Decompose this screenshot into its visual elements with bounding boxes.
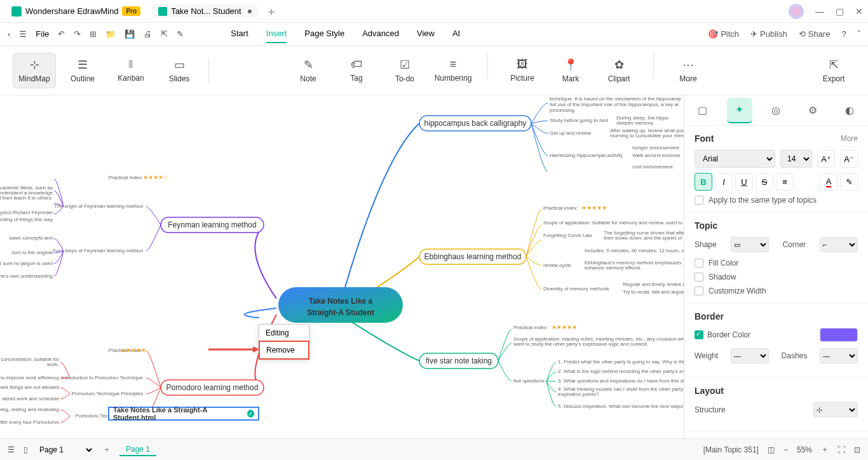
close-button[interactable]: ✕ (855, 6, 863, 17)
svg-text:Practical index:: Practical index: (513, 325, 548, 330)
svg-text:Try to recall, talk and argue: Try to recall, talk and argue (623, 289, 684, 295)
avatar-icon[interactable] (789, 4, 804, 19)
fit-icon[interactable]: ◫ (768, 445, 775, 454)
font-family-select[interactable]: Arial (695, 150, 775, 168)
italic-button[interactable]: I (715, 173, 733, 191)
hamburger-icon[interactable]: ☰ (19, 29, 27, 39)
mindmap-canvas[interactable]: Take Notes Like a Straight-A Student hip… (0, 95, 684, 438)
zoom-in-button[interactable]: ＋ (821, 444, 829, 455)
print-icon[interactable]: 🖨 (144, 29, 152, 39)
open-icon[interactable]: 📁 (105, 29, 116, 39)
tab-view[interactable]: View (417, 25, 435, 43)
customize-checkbox[interactable] (695, 287, 703, 295)
font-decrease-icon[interactable]: A⁻ (840, 150, 858, 168)
export-button[interactable]: ⇱Export (812, 53, 855, 88)
fill-checkbox[interactable] (695, 259, 703, 267)
font-more[interactable]: More (841, 134, 858, 143)
dashes-select[interactable]: — (820, 348, 858, 363)
page-tab[interactable]: Page 1 (119, 443, 156, 456)
underline-button[interactable]: U (735, 173, 753, 191)
weight-select[interactable]: — (731, 348, 769, 363)
clipart-button[interactable]: ✿Clipart (597, 53, 641, 88)
new-icon[interactable]: ⊞ (90, 29, 97, 39)
export-icon[interactable]: ⇱ (161, 29, 168, 39)
collapse-ribbon-icon[interactable]: ˆ (858, 29, 860, 39)
border-color-swatch[interactable] (820, 328, 858, 342)
context-editing[interactable]: Editing (259, 325, 309, 341)
sidebar-toggle-icon[interactable]: ▯ (24, 445, 28, 454)
doc-tab-title: Take Not... Student (171, 6, 241, 16)
mark-button[interactable]: 📍Mark (549, 53, 592, 88)
tab-advanced[interactable]: Advanced (362, 25, 399, 43)
undo-icon[interactable]: ↶ (58, 29, 65, 39)
font-section: Font More Arial 14 A⁺ A⁻ B I U S ≡ A ✎ A… (684, 126, 868, 213)
zoom-out-button[interactable]: − (783, 445, 788, 454)
text-color-button[interactable]: A (820, 173, 837, 191)
panel-tab-style[interactable]: ▢ (690, 98, 715, 123)
app-tab[interactable]: Wondershare EdrawMind Pro (5, 4, 147, 19)
back-icon[interactable]: ‹ (8, 29, 10, 39)
attachment-node[interactable]: Take Notes Like a Straight-A Student.htm… (108, 407, 259, 421)
window-controls: — ▢ ✕ (789, 4, 863, 19)
corner-label: Corner (782, 240, 806, 249)
file-menu[interactable]: File (36, 29, 49, 39)
outline-button[interactable]: ☰Outline (61, 53, 104, 88)
document-tab[interactable]: Take Not... Student (152, 4, 258, 18)
tab-insert[interactable]: Insert (266, 25, 287, 43)
panel-tab-theme[interactable]: ◐ (837, 98, 862, 123)
page-selector[interactable]: Page 1 (37, 445, 94, 455)
mindmap-button[interactable]: ⊹MindMap (13, 53, 56, 88)
add-page-button[interactable]: ＋ (103, 444, 111, 455)
strike-button[interactable]: S (756, 173, 773, 191)
tab-ai[interactable]: AI (452, 25, 460, 43)
shape-select[interactable]: ▭ (731, 237, 769, 252)
maximize-button[interactable]: ▢ (836, 6, 844, 17)
context-remove[interactable]: Remove (259, 341, 309, 360)
todo-button[interactable]: ☑To-do (383, 53, 426, 88)
svg-text:1. Predict what the other part: 1. Predict what the other party is going… (558, 359, 684, 365)
svg-text:Introduction to Pomodoro Techn: Introduction to Pomodoro Technique (62, 375, 144, 381)
svg-text:Walk around endorse: Walk around endorse (632, 152, 681, 158)
svg-text:want to study the other party': want to study the other party's expressi… (513, 341, 648, 347)
share-button[interactable]: ⟲ Share (799, 29, 831, 39)
bold-button[interactable]: B (695, 173, 712, 191)
note-button[interactable]: ✎Note (287, 53, 330, 88)
numbering-button[interactable]: ≡Numbering (431, 53, 475, 88)
align-button[interactable]: ≡ (776, 173, 794, 191)
publish-button[interactable]: ✈ Publish (750, 29, 787, 39)
edit-icon[interactable]: ✎ (177, 29, 184, 39)
fullscreen-icon[interactable]: ⛶ (837, 445, 845, 454)
highlight-button[interactable]: ✎ (840, 173, 858, 191)
panel-expand-icon[interactable]: › (684, 104, 684, 119)
add-tab-button[interactable]: ＋ (266, 4, 277, 19)
font-increase-icon[interactable]: A⁺ (817, 150, 835, 168)
apply-checkbox[interactable] (695, 196, 703, 205)
tab-start[interactable]: Start (231, 25, 248, 43)
redo-icon[interactable]: ↷ (74, 29, 81, 39)
structure-label: Structure (695, 405, 726, 414)
panel-tab-settings[interactable]: ⚙ (800, 98, 825, 123)
border-color-checkbox[interactable] (695, 330, 703, 339)
font-size-input[interactable]: 14 (780, 150, 812, 168)
outline-toggle-icon[interactable]: ☰ (8, 445, 15, 454)
more-button[interactable]: ⋯More (667, 53, 710, 88)
corner-select[interactable]: ⌐ (820, 237, 858, 252)
panel-tab-ai[interactable]: ✦ (727, 98, 752, 123)
help-icon[interactable]: ? (841, 29, 846, 39)
weight-label: Weight (695, 351, 718, 360)
pitch-button[interactable]: 🎯 Pitch (708, 29, 739, 39)
svg-text:relevant things are not allowe: relevant things are not allowed (0, 384, 59, 390)
svg-text:processing.: processing. (550, 107, 576, 113)
tab-pagestyle[interactable]: Page Style (304, 25, 344, 43)
tag-button[interactable]: 🏷Tag (335, 53, 378, 88)
svg-text:Includes: 5 minutes, 30 minute: Includes: 5 minutes, 30 minutes, 12 hour… (585, 248, 684, 254)
picture-button[interactable]: 🖼Picture (501, 53, 544, 88)
shadow-checkbox[interactable] (695, 273, 703, 281)
save-icon[interactable]: 💾 (125, 29, 135, 39)
kanban-button[interactable]: ⦀Kanban (109, 53, 153, 88)
minimize-button[interactable]: — (815, 6, 824, 17)
focus-icon[interactable]: ⊡ (854, 445, 860, 454)
slides-button[interactable]: ▭Slides (158, 53, 201, 88)
panel-tab-icon[interactable]: ◎ (763, 98, 789, 123)
structure-select[interactable]: ⊹ (813, 402, 858, 417)
